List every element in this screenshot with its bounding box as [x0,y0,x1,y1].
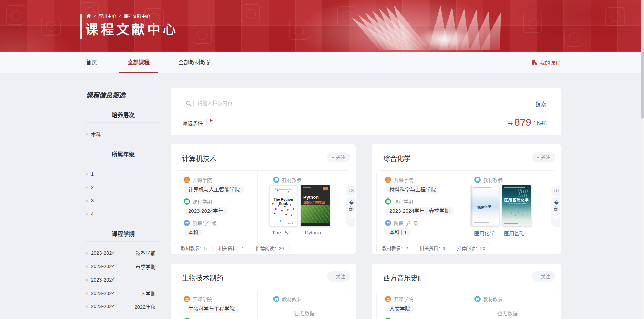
more-books-count: +3 [346,186,355,196]
book-cover[interactable]: Python 编程入门与实战 [301,185,330,226]
book-title-link[interactable]: Python... [296,230,334,235]
view-all-label: 全部 [552,200,559,212]
filter-sidebar: 课程信息筛选 培养层次 本科 所属年级 1 2 3 4 课程学期 2023 [86,89,160,319]
layers-icon [385,220,391,226]
sidebar-item-grade-3[interactable]: 3 [86,198,160,204]
banner-book-fan [377,3,507,51]
view-all-books-button[interactable]: 全部 › [551,197,560,227]
cover-footer [301,223,330,226]
college-icon [184,296,190,302]
stage-grade-label: 阶段与年级 [193,220,217,227]
view-all-books-button[interactable]: 全部 › [346,197,355,227]
book-icon [474,177,481,183]
course-card: 西方音乐史Ⅱ + 关注 开课学院 人文学院 课程学期 教材教参 暂无数据 [372,264,561,319]
course-info-panel: 开课学院 材料科学与工程学院 课程学期 2023-2024学年 - 春季学期 阶… [376,170,556,245]
breadcrumb-app-center[interactable]: 应用中心 [98,12,116,19]
follow-button[interactable]: + 关注 [327,152,350,162]
cover-decoration [504,187,525,188]
tab-all-textbooks[interactable]: 全部教材教参 [178,52,211,73]
search-button[interactable]: 搜索 [536,100,546,107]
course-title: 计算机技术 [182,153,216,163]
filter-expand-toggle[interactable]: ▶ [207,116,215,124]
my-courses-label: 我的课程 [540,59,560,66]
semester-year: 2023-2024 [91,290,115,296]
course-info-panel: 开课学院 人文学院 课程学期 教材教参 暂无数据 [376,290,556,319]
sidebar-item-label: 4 [91,211,94,217]
bullet-icon [86,213,88,215]
search-icon [186,101,192,108]
divider: ｜ [248,244,253,251]
book-title-link[interactable]: 医用基础... [497,230,535,237]
sidebar-item-semester-2[interactable]: 2023-2024 春季学期 [86,264,160,269]
scrollbar-thumb[interactable] [641,52,644,119]
course-title: 生物技术制药 [182,273,223,283]
college-value: 人文学院 [385,305,415,313]
scrollbar-track[interactable] [641,0,644,319]
book-icon [474,296,481,302]
semester-year: 2023-2024 [91,304,115,309]
search-input[interactable] [197,98,528,108]
cover-footer [504,223,518,224]
stage-grade-label: 阶段与年级 [394,220,418,227]
sidebar-item-grade-4[interactable]: 4 [86,211,160,217]
sidebar-item-label: 1 [91,171,94,177]
course-title: 西方音乐史Ⅱ [383,273,421,283]
materials-label: 教材教参 [483,176,503,183]
semester-value: 2023-2024学年 [184,207,228,215]
section-title-level: 培养层次 [86,111,160,119]
semester-term: 下学期 [141,290,156,297]
divider [193,100,194,107]
sidebar-item-grade-1[interactable]: 1 [86,171,160,177]
divider [459,171,459,245]
count-number: 879 [514,117,532,128]
book-cover[interactable]: 医用基础化学 YIYONG JICHU HUAXUE [502,185,531,226]
sidebar-item-semester-3[interactable]: 2023-2024 [86,277,160,283]
breadcrumb-separator: > [119,13,121,18]
semester-term: 秋季学期 [136,250,155,257]
filter-conditions-label: 筛选条件 [182,119,203,126]
book-cover[interactable]: 医用化学 [471,185,499,226]
stat-materials: 教材教参：2 [382,244,408,251]
search-filter-panel: 搜索 筛选条件 ▶ 共 879 门课程 [171,88,561,135]
follow-button[interactable]: + 关注 [327,271,350,282]
search-underline [184,110,547,110]
divider: ｜ [210,244,215,251]
tab-home[interactable]: 首页 [86,52,97,73]
layers-icon [184,220,190,226]
breadcrumb: > 应用中心 > 课程文献中心 [87,12,150,19]
bullet-icon [86,173,88,175]
count-suffix: 门课程 [533,119,548,128]
course-title: 综合化学 [383,153,411,163]
tab-all-courses[interactable]: 全部课程 [119,52,158,73]
college-value: 材料科学与工程学院 [385,185,440,194]
sidebar-item-grade-2[interactable]: 2 [86,185,160,190]
my-courses-link[interactable]: 我的课程 [532,52,560,73]
section-title-semester: 课程学期 [86,230,160,238]
cover-title: 医用化学 [477,204,491,210]
follow-button[interactable]: + 关注 [532,271,555,282]
home-icon[interactable] [87,14,91,18]
breadcrumb-current: 课程文献中心 [124,12,150,19]
course-info-panel: 开课学院 计算机与人工智能学院 课程学期 2023-2024学年 阶段与年级 本… [175,170,351,245]
course-stats-bar: 教材教参：5 ｜ 相关资料：1 ｜ 推荐阅读：20 [175,243,290,252]
materials-label: 教材教参 [282,296,301,302]
stat-recommended: 推荐阅读：20 [256,244,284,251]
sidebar-title: 课程信息筛选 [86,90,125,99]
cover-badge [323,187,328,190]
sidebar-item-semester-5[interactable]: 2023-2024 2022年秋 [86,304,160,309]
semester-year: 2023-2024 [91,250,115,256]
bullet-icon [86,306,88,307]
stat-recommended: 推荐阅读：20 [457,244,485,251]
bullet-icon [86,133,88,135]
divider: ｜ [449,244,454,251]
follow-button[interactable]: + 关注 [532,152,555,162]
my-courses-icon [532,59,537,66]
book-cover[interactable]: Rob Mastrodomenico The Python Book WILEY [269,185,297,226]
dna-image [518,189,528,197]
sidebar-item-level-benke[interactable]: 本科 [86,131,160,138]
semester-term: 2022年秋 [135,303,155,310]
more-books-count: +0 [551,186,560,196]
sidebar-item-semester-4[interactable]: 2023-2024 下学期 [86,290,160,296]
sidebar-item-semester-1[interactable]: 2023-2024 秋季学期 [86,250,160,256]
college-icon [184,177,190,183]
